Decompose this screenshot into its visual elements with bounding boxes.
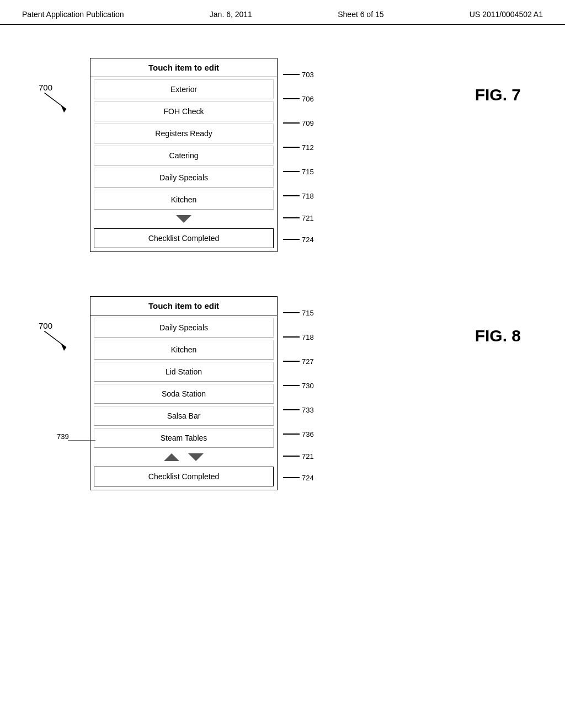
fig7-ref-line-718 xyxy=(283,195,300,196)
fig7-ref-line-709 xyxy=(283,122,300,124)
fig7-diagram: Touch item to edit Exterior FOH Check Re… xyxy=(90,58,278,252)
fig7-item-3[interactable]: Catering xyxy=(94,146,274,165)
header-sheet: Sheet 6 of 15 xyxy=(338,10,383,19)
page-header: Patent Application Publication Jan. 6, 2… xyxy=(0,0,565,25)
fig7-ref-715: 715 xyxy=(283,159,314,184)
fig8-ref-721: 721 xyxy=(283,446,314,466)
fig8-item-0[interactable]: Daily Specials xyxy=(94,318,274,338)
fig8-refs: 715 718 727 730 xyxy=(283,296,314,489)
fig8-item-5[interactable]: Steam Tables xyxy=(94,428,274,448)
header-left: Patent Application Publication xyxy=(22,10,124,19)
fig8-ref-715: 715 xyxy=(283,301,314,325)
fig8-ref-line-718 xyxy=(283,336,300,338)
fig7-ref-line-715 xyxy=(283,171,300,172)
fig8-ui-box: Touch item to edit Daily Specials Kitche… xyxy=(90,296,278,490)
fig8-title: Touch item to edit xyxy=(90,297,277,315)
fig8-scroll-down-icon[interactable] xyxy=(188,453,204,461)
fig8-arrow-label: 700 xyxy=(39,321,52,330)
fig7-ref-709: 709 xyxy=(283,111,314,135)
fig8-ref-line-736 xyxy=(283,433,300,435)
fig7-scroll-down-icon[interactable] xyxy=(176,215,191,223)
fig8-arrow-icon xyxy=(44,331,72,353)
fig7-ref-line-724 xyxy=(283,239,300,240)
fig7-arrow-label: 700 xyxy=(39,83,52,92)
fig8-ref-line-733 xyxy=(283,409,300,410)
fig8-ref-733: 733 xyxy=(283,398,314,422)
fig8-item-1[interactable]: Kitchen xyxy=(94,340,274,360)
fig7-item-5[interactable]: Kitchen xyxy=(94,190,274,210)
fig7-ref-712: 712 xyxy=(283,135,314,159)
fig8-ref-730: 730 xyxy=(283,373,314,398)
fig7-ref-724: 724 xyxy=(283,228,314,251)
fig8-ref-739-label: 739 xyxy=(57,432,69,441)
fig7-ui-box: Touch item to edit Exterior FOH Check Re… xyxy=(90,58,278,252)
fig8-nav-arrows[interactable] xyxy=(90,450,277,464)
fig7-ref-718: 718 xyxy=(283,184,314,208)
fig7-item-2[interactable]: Registers Ready xyxy=(94,124,274,143)
fig7-arrow-icon xyxy=(44,93,72,115)
fig7-ref-721: 721 xyxy=(283,208,314,228)
fig8-item-4[interactable]: Salsa Bar xyxy=(94,406,274,426)
fig7-nav-arrows[interactable] xyxy=(90,212,277,226)
fig7-item-0[interactable]: Exterior xyxy=(94,79,274,99)
fig8-ref-line-715 xyxy=(283,312,300,313)
fig7-refs: 703 706 709 712 xyxy=(283,58,314,251)
fig7-ref-line-712 xyxy=(283,147,300,148)
header-patent: US 2011/0004502 A1 xyxy=(470,10,543,19)
fig8-ref-739-arrow xyxy=(68,435,98,446)
fig7-checklist[interactable]: Checklist Completed xyxy=(94,228,274,248)
fig8-scroll-up-icon[interactable] xyxy=(164,453,179,461)
fig8-ref-line-727 xyxy=(283,361,300,362)
fig8-ref-724: 724 xyxy=(283,466,314,489)
fig7-ref-line-721 xyxy=(283,217,300,218)
fig8-item-2[interactable]: Lid Station xyxy=(94,362,274,382)
main-content: FIG. 7 700 Touch item to edit Exterior xyxy=(0,25,565,540)
fig8-item-3[interactable]: Soda Station xyxy=(94,384,274,404)
svg-marker-3 xyxy=(61,343,66,351)
fig7-ref-line-703 xyxy=(283,74,300,75)
fig8-section: FIG. 8 700 Touch item to edit Daily Spec… xyxy=(22,291,543,490)
fig7-ref-line-706 xyxy=(283,98,300,99)
fig8-ref-727: 727 xyxy=(283,349,314,373)
fig8-ref-718: 718 xyxy=(283,325,314,349)
fig7-section: FIG. 7 700 Touch item to edit Exterior xyxy=(22,52,543,252)
fig8-ref-line-721 xyxy=(283,456,300,457)
fig7-title: Touch item to edit xyxy=(90,58,277,77)
header-center: Jan. 6, 2011 xyxy=(210,10,252,19)
fig8-checklist[interactable]: Checklist Completed xyxy=(94,467,274,486)
fig7-item-4[interactable]: Daily Specials xyxy=(94,168,274,188)
fig8-ref-line-724 xyxy=(283,477,300,478)
fig8-diagram: Touch item to edit Daily Specials Kitche… xyxy=(90,296,278,490)
svg-marker-1 xyxy=(61,105,66,113)
fig7-ref-703: 703 xyxy=(283,62,314,87)
fig8-ref-736: 736 xyxy=(283,422,314,446)
fig7-ref-706: 706 xyxy=(283,87,314,111)
fig8-ref-line-730 xyxy=(283,385,300,386)
fig7-item-1[interactable]: FOH Check xyxy=(94,101,274,121)
